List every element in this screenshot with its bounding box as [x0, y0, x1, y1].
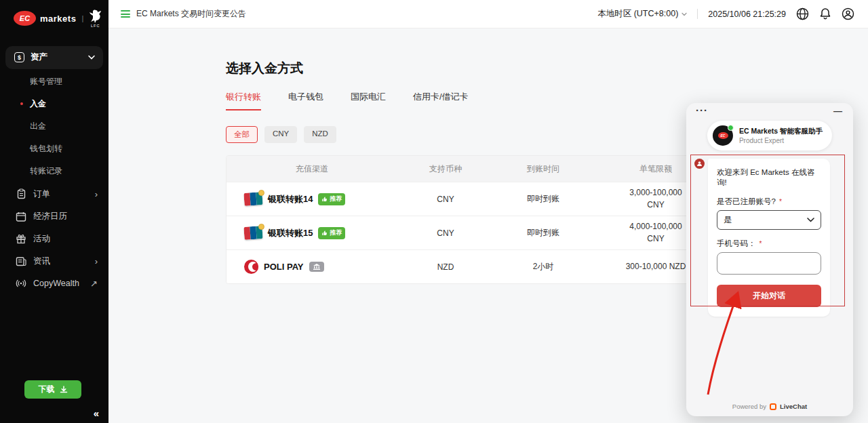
sidebar-item-account-management[interactable]: 账号管理 — [0, 70, 108, 93]
divider — [697, 9, 698, 19]
news-icon — [16, 256, 26, 266]
account-avatar-icon[interactable] — [842, 7, 854, 20]
tab-credit-debit-card[interactable]: 信用卡/借记卡 — [413, 91, 469, 110]
announcement-icon — [121, 10, 130, 18]
recommended-badge: 推荐 — [318, 193, 345, 205]
currency-cell: CNY — [397, 228, 494, 238]
chevron-right-icon: › — [95, 189, 98, 199]
filter-all[interactable]: 全部 — [226, 126, 258, 143]
filter-nzd[interactable]: NZD — [304, 126, 336, 143]
menu-item-label: 活动 — [33, 233, 50, 245]
sidebar-item-activities[interactable]: 活动 — [0, 228, 108, 250]
livechat-widget: ··· — EC EC Markets 智能客服助手 Product Exper… — [686, 103, 853, 416]
sub-item-label: 账号管理 — [30, 76, 62, 87]
sidebar-menu: 订单 › 经济日历 活动 资讯 › CopyWealth ↗ — [0, 183, 108, 295]
registered-select[interactable]: 是 — [717, 210, 821, 230]
badge-label: 推荐 — [330, 195, 342, 203]
gift-icon — [16, 233, 26, 244]
required-asterisk: * — [779, 198, 782, 205]
topbar: EC Markets 交易时间变更公告 本地时区 (UTC+8:00) 2025… — [108, 0, 868, 28]
unionpay-card-icon — [244, 226, 262, 239]
powered-by-text: Powered by — [732, 403, 766, 410]
clipboard-icon — [16, 188, 26, 199]
external-link-icon: ↗ — [90, 279, 98, 289]
ec-logo-icon: EC — [717, 132, 728, 139]
sidebar: EC markets | LFC $ 资产 账号管理 入金 出金 钱包划转 转账… — [0, 0, 108, 423]
chat-minimize-button[interactable]: — — [833, 106, 842, 116]
sidebar-item-assets[interactable]: $ 资产 — [5, 46, 103, 69]
calendar-icon — [16, 212, 26, 222]
sidebar-item-copywealth[interactable]: CopyWealth ↗ — [0, 273, 108, 295]
agent-avatar: EC — [713, 125, 733, 146]
download-icon — [60, 386, 68, 394]
online-status-dot — [728, 125, 734, 131]
badge-label: 推荐 — [330, 228, 342, 237]
livechat-icon — [770, 403, 776, 410]
arrival-time-cell: 即时到账 — [494, 227, 593, 239]
broadcast-icon — [16, 279, 26, 288]
notifications-bell-icon[interactable] — [819, 7, 831, 20]
thumbs-up-icon — [321, 196, 328, 202]
channel-name: 银联转账15 — [268, 227, 313, 239]
tab-ewallet[interactable]: 电子钱包 — [288, 91, 323, 110]
thumbs-up-icon — [321, 230, 328, 236]
logo-divider: | — [81, 14, 83, 22]
language-globe-icon[interactable] — [796, 7, 809, 20]
phone-label: 手机号码：* — [717, 239, 821, 249]
registered-question-label: 是否已注册账号?* — [717, 197, 821, 207]
tab-bank-transfer[interactable]: 银行转账 — [226, 91, 261, 110]
powered-by-livechat[interactable]: Powered by LiveChat — [686, 403, 853, 410]
channel-name: 银联转账14 — [268, 193, 313, 205]
sidebar-item-economic-calendar[interactable]: 经济日历 — [0, 205, 108, 228]
start-chat-button[interactable]: 开始对话 — [717, 285, 821, 307]
sidebar-item-withdraw[interactable]: 出金 — [0, 115, 108, 138]
currency-cell: NZD — [397, 262, 494, 272]
liver-bird-icon — [89, 9, 102, 24]
sub-item-label: 出金 — [30, 121, 46, 132]
sidebar-item-transfer-record[interactable]: 转账记录 — [0, 160, 108, 182]
chat-options-button[interactable]: ··· — [696, 104, 708, 116]
column-header: 到账时间 — [494, 163, 593, 175]
chevron-down-icon — [682, 12, 687, 16]
lfc-text: LFC — [91, 24, 100, 28]
poli-pay-icon — [244, 260, 258, 274]
lfc-bird-logo: LFC — [89, 9, 102, 28]
sidebar-item-deposit[interactable]: 入金 — [0, 93, 108, 115]
agent-name: EC Markets 智能客服助手 — [739, 127, 823, 136]
label-text: 手机号码： — [717, 239, 756, 247]
label-text: 是否已注册账号? — [717, 197, 776, 205]
tab-international-wire[interactable]: 国际电汇 — [351, 91, 386, 110]
sub-item-label: 转账记录 — [30, 165, 62, 177]
sub-item-label: 入金 — [30, 98, 46, 110]
sidebar-item-label: 资产 — [31, 52, 47, 63]
download-button[interactable]: 下载 — [24, 380, 81, 399]
menu-item-label: 订单 — [33, 188, 50, 200]
download-label: 下载 — [39, 384, 55, 395]
chevron-down-icon — [88, 55, 95, 60]
timezone-label: 本地时区 (UTC+8:00) — [597, 8, 678, 20]
phone-input[interactable] — [717, 252, 821, 275]
menu-item-label: 经济日历 — [33, 211, 67, 222]
announcement-banner[interactable]: EC Markets 交易时间变更公告 — [121, 8, 246, 20]
logo: EC markets | LFC — [0, 0, 108, 28]
column-header: 充值渠道 — [226, 163, 397, 175]
announcement-text: EC Markets 交易时间变更公告 — [136, 8, 246, 20]
sidebar-item-wallet-transfer[interactable]: 钱包划转 — [0, 138, 108, 160]
welcome-message: 欢迎来到 Ec Markets 在线咨询! — [717, 167, 821, 188]
required-asterisk: * — [760, 240, 762, 247]
sidebar-item-news[interactable]: 资讯 › — [0, 250, 108, 273]
livechat-label: LiveChat — [780, 403, 807, 410]
sidebar-item-orders[interactable]: 订单 › — [0, 183, 108, 205]
chevron-right-icon: › — [95, 256, 98, 266]
active-dot — [20, 102, 23, 105]
filter-cny[interactable]: CNY — [264, 126, 297, 143]
assets-submenu: 账号管理 入金 出金 钱包划转 转账记录 — [0, 70, 108, 182]
dollar-square-icon: $ — [14, 52, 24, 62]
collapse-sidebar-button[interactable]: « — [94, 407, 99, 419]
column-header: 支持币种 — [397, 163, 494, 175]
unionpay-card-icon — [244, 193, 262, 205]
chevron-down-icon — [807, 218, 814, 222]
menu-item-label: CopyWealth — [33, 279, 79, 288]
timezone-selector[interactable]: 本地时区 (UTC+8:00) — [597, 8, 687, 20]
bank-icon — [313, 264, 320, 270]
